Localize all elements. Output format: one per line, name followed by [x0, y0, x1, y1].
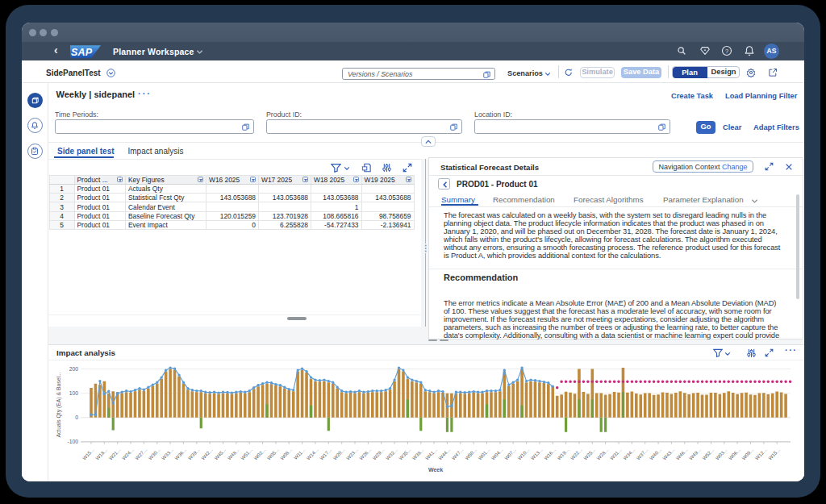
svg-text:W44...: W44...	[438, 448, 452, 461]
svg-text:W02...: W02...	[253, 448, 267, 461]
svg-text:W20...: W20...	[332, 448, 346, 461]
svg-text:W37...: W37...	[636, 448, 649, 461]
svg-text:W14...: W14...	[306, 448, 319, 461]
svg-text:W41...: W41...	[424, 448, 438, 461]
svg-text:W35...: W35...	[398, 448, 412, 461]
svg-text:W23...: W23...	[345, 448, 359, 461]
svg-text:W31...: W31...	[609, 448, 623, 461]
svg-text:W34...: W34...	[623, 448, 636, 461]
svg-text:W52...: W52...	[702, 448, 715, 461]
svg-text:SAP: SAP	[71, 46, 93, 57]
svg-text:100: 100	[69, 390, 79, 396]
svg-text:?: ?	[725, 48, 728, 55]
svg-text:W45...: W45...	[214, 448, 227, 461]
svg-text:200: 200	[69, 366, 79, 372]
svg-text:W13...: W13...	[530, 448, 544, 461]
svg-text:W32...: W32...	[385, 448, 398, 461]
svg-text:W33...: W33...	[161, 448, 174, 461]
svg-text:W09...: W09...	[741, 448, 755, 461]
svg-text:Week: Week	[428, 467, 443, 473]
svg-text:W06...: W06...	[728, 448, 741, 461]
svg-text:W48...: W48...	[227, 448, 240, 461]
svg-text:W18...: W18...	[95, 448, 109, 461]
svg-text:W24...: W24...	[121, 448, 135, 461]
svg-text:W16...: W16...	[543, 448, 557, 461]
svg-text:W28...: W28...	[596, 448, 610, 461]
svg-text:Actuals Qty (EA) & Basel...: Actuals Qty (EA) & Basel...	[56, 372, 62, 437]
svg-text:W51...: W51...	[240, 448, 253, 461]
svg-text:W43...: W43...	[662, 448, 676, 461]
svg-text:W49...: W49...	[688, 448, 702, 461]
svg-text:W04...: W04...	[490, 448, 504, 461]
svg-text:W10...: W10...	[517, 448, 531, 461]
svg-text:W11...: W11...	[293, 448, 306, 460]
svg-text:W21...: W21...	[108, 448, 122, 461]
svg-text:W42...: W42...	[200, 448, 214, 461]
svg-text:W30...: W30...	[148, 448, 161, 461]
svg-text:W47...: W47...	[451, 448, 465, 461]
svg-text:0: 0	[75, 414, 78, 420]
svg-text:W50...: W50...	[464, 448, 478, 461]
svg-text:W08...: W08...	[279, 448, 293, 461]
svg-text:W03...: W03...	[715, 448, 728, 461]
svg-text:W38...: W38...	[411, 448, 425, 461]
svg-text:W25...: W25...	[583, 448, 597, 461]
svg-text:W29...: W29...	[372, 448, 386, 461]
svg-text:W22...: W22...	[569, 448, 583, 461]
svg-text:W07...: W07...	[503, 448, 517, 461]
svg-text:W46...: W46...	[675, 448, 689, 461]
svg-text:W12...: W12...	[754, 448, 768, 461]
svg-text:W05...: W05...	[266, 448, 280, 461]
svg-text:W19...: W19...	[557, 448, 570, 461]
svg-text:W40...: W40...	[649, 448, 662, 461]
svg-text:W39...: W39...	[187, 448, 201, 461]
svg-text:W15...: W15...	[81, 448, 95, 461]
svg-text:W17...: W17...	[319, 448, 333, 461]
svg-text:W36...: W36...	[174, 448, 188, 461]
svg-text:-100: -100	[67, 439, 78, 444]
svg-text:W27...: W27...	[135, 448, 148, 461]
svg-text:W01...: W01...	[478, 448, 491, 461]
svg-text:W26...: W26...	[359, 448, 373, 461]
svg-text:W15...: W15...	[767, 448, 781, 461]
